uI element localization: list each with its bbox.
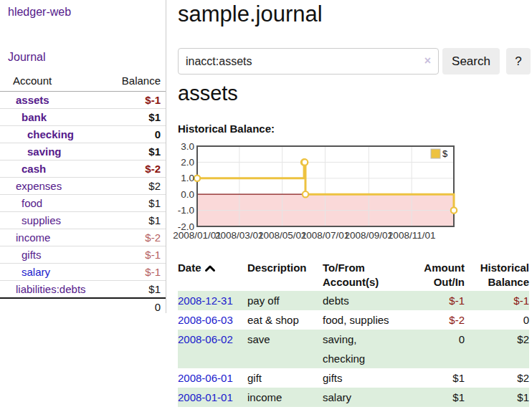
help-button[interactable]: ? [506, 48, 531, 75]
transaction-tofrom-accounts: food, supplies [323, 310, 403, 330]
account-row: liabilities:debts$1 [0, 281, 166, 299]
sort-ascending-icon [204, 262, 216, 276]
account-link[interactable]: food [22, 197, 42, 209]
accounts-header-account: Account [0, 72, 110, 92]
transaction-historical-balance: $2 [465, 368, 529, 388]
account-balance: $1 [110, 281, 166, 299]
transactions-header-tofrom: To/From Account(s) [323, 259, 403, 291]
x-axis-tick-label: 2008/05/01 [258, 230, 307, 241]
account-link[interactable]: supplies [22, 214, 61, 226]
x-axis-tick-label: 2008/03/01 [215, 230, 264, 241]
account-balance: $1 [110, 195, 166, 212]
account-balance: $-1 [110, 92, 166, 109]
account-row: food$1 [0, 195, 166, 212]
account-link[interactable]: expenses [16, 180, 62, 192]
transaction-tofrom-accounts: salary [323, 388, 403, 407]
account-balance: $-1 [110, 264, 166, 281]
main-content: sample.journal × Search ? assets Histori… [178, 0, 532, 417]
account-balance: 0 [110, 126, 166, 143]
search-button[interactable]: Search [442, 48, 500, 75]
x-axis-tick-label: 2008/11/01 [388, 230, 436, 241]
historical-balance-chart[interactable]: $3.02.01.00.0-1.0-2.02008/01/012008/03/0… [171, 143, 465, 245]
transaction-description: gift [247, 368, 323, 388]
account-row: assets$-1 [0, 92, 166, 109]
search-form: × Search ? [178, 48, 532, 75]
account-balance: $-1 [110, 246, 166, 264]
transaction-historical-balance: $1 [465, 388, 529, 407]
account-row: salary$-1 [0, 264, 166, 281]
account-link[interactable]: saving [27, 145, 62, 158]
account-row: saving$1 [0, 143, 166, 160]
transaction-tofrom-accounts: gifts [323, 368, 403, 388]
accounts-header-row: Account Balance [0, 72, 166, 92]
transaction-historical-balance: 0 [465, 310, 529, 330]
account-row: bank$1 [0, 109, 166, 126]
accounts-table: Account Balance assets$-1bank$1checking0… [0, 72, 166, 315]
transaction-description: pay off [247, 291, 323, 310]
transactions-header-date[interactable]: Date [178, 259, 247, 291]
transaction-amount: 0 [403, 330, 465, 368]
account-balance: $-2 [110, 229, 166, 246]
account-balance: $1 [110, 143, 166, 160]
transaction-historical-balance: $2 [465, 330, 529, 368]
account-row: supplies$1 [0, 212, 166, 229]
transaction-row: 2008-01-01incomesalary$1$1 [178, 388, 529, 407]
transaction-tofrom-accounts: debts [323, 291, 403, 310]
transactions-header-date-label: Date [178, 262, 201, 274]
transactions-header-description: Description [247, 259, 323, 291]
transaction-date-link[interactable]: 2008-06-02 [178, 333, 233, 345]
transactions-table: Date Description To/From Account(s) Amou… [178, 259, 529, 407]
y-axis-tick-label: 1.0 [181, 173, 194, 183]
transaction-date-link[interactable]: 2008-01-01 [178, 391, 233, 403]
search-input[interactable] [186, 49, 408, 73]
accounts-total-spacer [0, 298, 110, 315]
transaction-row: 2008-06-02savesaving, checking0$2 [178, 330, 529, 368]
accounts-total-row: 0 [0, 298, 166, 315]
transaction-amount: $1 [403, 368, 465, 388]
transactions-header-amount: Amount Out/In [403, 259, 465, 291]
accounts-header-balance: Balance [110, 72, 166, 92]
transaction-row: 2008-06-03eat & shopfood, supplies$-20 [178, 310, 529, 330]
account-row: checking0 [0, 126, 166, 143]
account-link[interactable]: bank [22, 111, 47, 123]
transaction-description: eat & shop [247, 310, 323, 330]
account-link[interactable]: checking [27, 128, 74, 140]
transactions-header-row: Date Description To/From Account(s) Amou… [178, 259, 529, 291]
transaction-date-link[interactable]: 2008-06-01 [178, 372, 233, 384]
x-axis-tick-label: 2008/07/01 [301, 230, 350, 241]
clear-search-icon[interactable]: × [424, 54, 431, 67]
account-balance: $1 [110, 212, 166, 229]
transaction-tofrom-accounts: saving, checking [323, 330, 403, 368]
account-link[interactable]: liabilities:debts [16, 283, 86, 295]
chart-svg: $3.02.01.00.0-1.0-2.02008/01/012008/03/0… [171, 143, 465, 245]
transaction-amount: $1 [403, 388, 465, 407]
accounts-total-value: 0 [110, 298, 166, 315]
sidebar-item-journal[interactable]: Journal [8, 51, 45, 64]
chart-legend: $ [431, 148, 448, 159]
transaction-amount: $-1 [403, 291, 465, 310]
transaction-date-link[interactable]: 2008-12-31 [178, 294, 233, 307]
transaction-description: save [247, 330, 323, 368]
account-balance: $2 [110, 178, 166, 195]
account-heading: assets [178, 82, 238, 105]
account-link[interactable]: gifts [22, 249, 42, 261]
account-link[interactable]: cash [22, 163, 46, 175]
x-axis-tick-label: 2008/09/01 [345, 230, 394, 241]
sidebar: hledger-web Journal Account Balance asse… [0, 0, 166, 313]
y-axis-tick-label: 3.0 [181, 143, 194, 152]
page-title: sample.journal [178, 1, 323, 27]
account-row: income$-2 [0, 229, 166, 246]
app-title-link[interactable]: hledger-web [8, 6, 71, 19]
account-row: cash$-2 [0, 160, 166, 178]
svg-text:$: $ [442, 148, 448, 159]
transaction-amount: $-2 [403, 310, 465, 330]
account-row: expenses$2 [0, 178, 166, 195]
account-row: gifts$-1 [0, 246, 166, 264]
x-axis-tick-label: 2008/01/01 [173, 230, 222, 241]
search-input-wrapper: × [178, 48, 439, 75]
account-link[interactable]: assets [16, 94, 49, 106]
y-axis-tick-label: -1.0 [178, 205, 194, 216]
account-link[interactable]: salary [22, 266, 50, 278]
account-link[interactable]: income [16, 231, 50, 244]
transaction-date-link[interactable]: 2008-06-03 [178, 314, 233, 326]
